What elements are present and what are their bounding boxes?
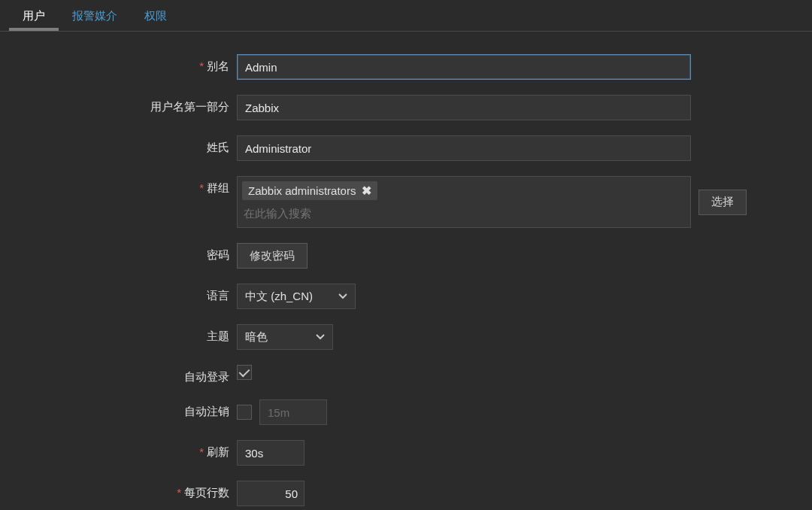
label-rows: *每页行数: [15, 481, 237, 500]
autologin-checkbox[interactable]: [237, 365, 252, 380]
remove-tag-icon[interactable]: ✖: [362, 185, 371, 197]
language-select-value: 中文 (zh_CN): [245, 290, 313, 304]
label-language: 语言: [15, 284, 237, 303]
refresh-input[interactable]: [237, 440, 304, 466]
tab-media[interactable]: 报警媒介: [59, 2, 131, 31]
group-tag: Zabbix administrators ✖: [242, 181, 377, 200]
group-tag-label: Zabbix administrators: [248, 184, 356, 197]
label-autologin: 自动登录: [15, 365, 237, 384]
autologout-checkbox[interactable]: [237, 405, 252, 420]
language-select[interactable]: 中文 (zh_CN): [237, 284, 356, 309]
label-groups: *群组: [15, 176, 237, 196]
autologout-input: [259, 399, 327, 425]
label-surname: 姓氏: [15, 135, 237, 155]
label-firstname: 用户名第一部分: [15, 95, 237, 114]
required-marker: *: [199, 59, 204, 72]
required-marker: *: [199, 181, 204, 194]
rows-per-page-input[interactable]: [237, 481, 304, 506]
groups-multiselect[interactable]: Zabbix administrators ✖: [237, 176, 691, 228]
surname-input[interactable]: [237, 135, 691, 161]
alias-input[interactable]: [237, 54, 691, 80]
change-password-button[interactable]: 修改密码: [237, 243, 308, 269]
theme-select[interactable]: 暗色: [237, 324, 333, 350]
firstname-input[interactable]: [237, 95, 691, 120]
tab-perm[interactable]: 权限: [131, 2, 180, 31]
required-marker: *: [199, 445, 204, 458]
tab-bar: 用户 报警媒介 权限: [0, 0, 812, 32]
label-theme: 主题: [15, 324, 237, 344]
tab-user[interactable]: 用户: [9, 2, 59, 31]
label-password: 密码: [15, 243, 237, 263]
select-groups-button[interactable]: 选择: [698, 190, 747, 215]
label-autologout: 自动注销: [15, 399, 237, 419]
chevron-down-icon: [316, 334, 325, 340]
theme-select-value: 暗色: [245, 330, 268, 345]
chevron-down-icon: [338, 293, 347, 299]
groups-search-input[interactable]: [242, 203, 686, 223]
label-alias: *别名: [15, 54, 237, 74]
label-refresh: *刷新: [15, 440, 237, 460]
user-form: *别名 用户名第一部分 姓氏 *群组 Zabbix administrators…: [0, 32, 812, 510]
required-marker: *: [177, 486, 181, 499]
